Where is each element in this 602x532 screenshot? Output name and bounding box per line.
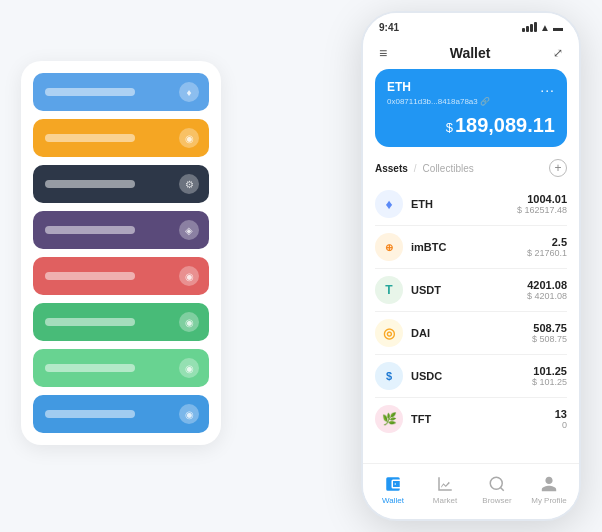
usdt-logo: T [375, 276, 403, 304]
card-icon: ◉ [179, 266, 199, 286]
tab-collectibles[interactable]: Collectibles [423, 163, 474, 174]
table-row[interactable]: ◎ DAI 508.75 $ 508.75 [375, 312, 567, 355]
card-text-bar [45, 364, 135, 372]
phone-mockup: 9:41 ▲ ▬ ≡ Wallet ⤢ ETH ... [361, 11, 581, 521]
table-row[interactable]: ♦ ETH 1004.01 $ 162517.48 [375, 183, 567, 226]
card-text-bar [45, 226, 135, 234]
table-row[interactable]: T USDT 4201.08 $ 4201.08 [375, 269, 567, 312]
balance-currency: $ [446, 120, 453, 135]
asset-amounts: 1004.01 $ 162517.48 [517, 193, 567, 215]
bottom-nav: Wallet Market Browser My Profile [363, 463, 579, 519]
card-text-bar [45, 180, 135, 188]
card-icon: ◉ [179, 128, 199, 148]
asset-amounts: 508.75 $ 508.75 [532, 322, 567, 344]
nav-label-profile: My Profile [531, 496, 567, 505]
asset-amount-usd: $ 508.75 [532, 334, 567, 344]
table-row[interactable]: $ USDC 101.25 $ 101.25 [375, 355, 567, 398]
card-text-bar [45, 318, 135, 326]
signal-icon [522, 22, 537, 32]
status-bar: 9:41 ▲ ▬ [363, 13, 579, 41]
menu-icon[interactable]: ≡ [379, 45, 387, 61]
asset-name: ETH [411, 198, 517, 210]
svg-line-1 [500, 487, 503, 490]
asset-amount-primary: 4201.08 [527, 279, 567, 291]
usdc-logo: $ [375, 362, 403, 390]
dai-logo: ◎ [375, 319, 403, 347]
table-row[interactable]: 🌿 TFT 13 0 [375, 398, 567, 440]
svg-point-0 [490, 477, 502, 489]
list-item[interactable]: ◉ [33, 395, 209, 433]
asset-amount-primary: 2.5 [527, 236, 567, 248]
list-item[interactable]: ♦ [33, 73, 209, 111]
phone-header: ≡ Wallet ⤢ [363, 41, 579, 69]
asset-name: USDT [411, 284, 527, 296]
card-text-bar [45, 272, 135, 280]
list-item[interactable]: ◉ [33, 119, 209, 157]
assets-header: Assets / Collectibles + [363, 155, 579, 183]
status-time: 9:41 [379, 22, 399, 33]
more-dots-icon[interactable]: ... [540, 79, 555, 95]
wallet-nav-icon [383, 474, 403, 494]
browser-nav-icon [487, 474, 507, 494]
card-text-bar [45, 88, 135, 96]
tft-logo: 🌿 [375, 405, 403, 433]
card-text-bar [45, 410, 135, 418]
nav-item-market[interactable]: Market [419, 474, 471, 505]
asset-list: ♦ ETH 1004.01 $ 162517.48 ⊕ imBTC 2.5 $ … [363, 183, 579, 463]
asset-name: TFT [411, 413, 555, 425]
market-nav-icon [435, 474, 455, 494]
tabs-divider: / [414, 163, 417, 174]
card-icon: ◉ [179, 358, 199, 378]
asset-amount-usd: $ 21760.1 [527, 248, 567, 258]
asset-amount-usd: 0 [555, 420, 567, 430]
asset-amount-primary: 13 [555, 408, 567, 420]
nav-item-browser[interactable]: Browser [471, 474, 523, 505]
eth-logo: ♦ [375, 190, 403, 218]
nav-label-browser: Browser [482, 496, 511, 505]
card-stack: ♦ ◉ ⚙ ◈ ◉ ◉ ◉ ◉ [21, 61, 221, 445]
card-icon: ◉ [179, 404, 199, 424]
eth-balance: $189,089.11 [387, 114, 555, 137]
nav-item-wallet[interactable]: Wallet [367, 474, 419, 505]
status-icons: ▲ ▬ [522, 22, 563, 33]
card-icon: ◉ [179, 312, 199, 332]
asset-amount-primary: 101.25 [532, 365, 567, 377]
list-item[interactable]: ◉ [33, 303, 209, 341]
asset-amount-primary: 1004.01 [517, 193, 567, 205]
asset-amounts: 101.25 $ 101.25 [532, 365, 567, 387]
imbtc-logo: ⊕ [375, 233, 403, 261]
table-row[interactable]: ⊕ imBTC 2.5 $ 21760.1 [375, 226, 567, 269]
battery-icon: ▬ [553, 22, 563, 33]
nav-item-profile[interactable]: My Profile [523, 474, 575, 505]
list-item[interactable]: ⚙ [33, 165, 209, 203]
list-item[interactable]: ◈ [33, 211, 209, 249]
list-item[interactable]: ◉ [33, 349, 209, 387]
card-icon: ◈ [179, 220, 199, 240]
card-text-bar [45, 134, 135, 142]
page-title: Wallet [450, 45, 491, 61]
add-asset-button[interactable]: + [549, 159, 567, 177]
asset-amount-usd: $ 4201.08 [527, 291, 567, 301]
wifi-icon: ▲ [540, 22, 550, 33]
eth-address: 0x08711d3b...8418a78a3 🔗 [387, 97, 555, 106]
asset-name: DAI [411, 327, 532, 339]
nav-label-wallet: Wallet [382, 496, 404, 505]
card-icon: ♦ [179, 82, 199, 102]
asset-amounts: 13 0 [555, 408, 567, 430]
assets-tabs: Assets / Collectibles [375, 163, 474, 174]
asset-name: USDC [411, 370, 532, 382]
eth-card[interactable]: ETH ... 0x08711d3b...8418a78a3 🔗 $189,08… [375, 69, 567, 147]
nav-label-market: Market [433, 496, 457, 505]
profile-nav-icon [539, 474, 559, 494]
asset-amount-primary: 508.75 [532, 322, 567, 334]
eth-card-header: ETH ... [387, 79, 555, 95]
asset-amount-usd: $ 101.25 [532, 377, 567, 387]
card-icon: ⚙ [179, 174, 199, 194]
scene: ♦ ◉ ⚙ ◈ ◉ ◉ ◉ ◉ [21, 11, 581, 521]
asset-amounts: 2.5 $ 21760.1 [527, 236, 567, 258]
expand-icon[interactable]: ⤢ [553, 46, 563, 60]
list-item[interactable]: ◉ [33, 257, 209, 295]
asset-amounts: 4201.08 $ 4201.08 [527, 279, 567, 301]
asset-name: imBTC [411, 241, 527, 253]
tab-assets[interactable]: Assets [375, 163, 408, 174]
